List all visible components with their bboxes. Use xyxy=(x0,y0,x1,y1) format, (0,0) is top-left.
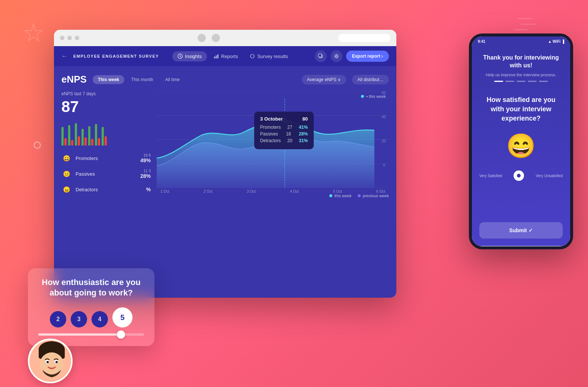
tooltip-detractors-label: Detractors xyxy=(260,138,281,143)
top-nav: ← EMPLOYEE ENGAGEMENT SURVEY Insights xyxy=(54,46,396,66)
refresh-icon xyxy=(250,54,255,59)
browser-circle-1 xyxy=(198,34,206,42)
phone-dot-2 xyxy=(505,81,514,82)
phone-status-bar: 9:41 ▲ WiFi ▐ xyxy=(472,36,570,47)
scale-num-3[interactable]: 3 xyxy=(71,311,87,327)
legend-previous-week: previous week xyxy=(358,194,389,198)
svg-text:40: 40 xyxy=(382,115,386,119)
passives-emoji: 😐 xyxy=(61,169,72,179)
phone-progress-dots xyxy=(479,81,563,82)
tooltip-date: 3 October xyxy=(260,116,283,122)
phone-dot-1 xyxy=(494,81,503,82)
legend-this-week-label: this week xyxy=(335,194,352,198)
tooltip-passives-count: 18 xyxy=(286,131,291,137)
scale-num-2[interactable]: 2 xyxy=(50,311,66,327)
nps-category-promoters: 😄 Promoters 19 8 49% xyxy=(61,153,151,163)
svg-text:0: 0 xyxy=(383,163,385,167)
phone-submit-button[interactable]: Submit ✓ xyxy=(479,222,563,239)
float-slider-thumb xyxy=(117,330,125,339)
settings-icon-button[interactable] xyxy=(330,50,342,62)
enps-title: eNPS xyxy=(61,74,87,85)
passives-count: 11 3 xyxy=(144,169,151,173)
svg-rect-4 xyxy=(214,57,215,58)
phone-dot-4 xyxy=(528,81,537,82)
phone-question-text: How satisfied are you with your intervie… xyxy=(479,95,563,124)
svg-text:60: 60 xyxy=(382,91,386,95)
tooltip-score: 80 xyxy=(303,116,308,122)
tooltip-row-detractors: Detractors 20 31% xyxy=(260,138,308,143)
scale-num-4[interactable]: 4 xyxy=(92,311,108,327)
tab-reports-label: Reports xyxy=(221,54,238,59)
tooltip-promoters-count: 27 xyxy=(287,125,292,130)
enps-score-section: eNPS last 7 days 87 xyxy=(61,91,151,145)
promoters-count: 19 8 xyxy=(144,153,151,157)
float-slider[interactable] xyxy=(38,333,144,336)
phone-status-icons: ▲ WiFi ▐ xyxy=(548,39,564,44)
export-report-button[interactable]: Export report › xyxy=(346,51,389,62)
phone-dot-5 xyxy=(539,81,548,82)
browser-toolbar xyxy=(54,30,396,46)
bg-star-icon xyxy=(22,22,45,45)
scale-radio-button[interactable] xyxy=(514,170,524,181)
phone-title: Thank you for interviewing with us! xyxy=(479,54,563,70)
phone-mockup: 9:41 ▲ WiFi ▐ Thank you for interviewing… xyxy=(469,33,573,249)
enps-last-label: eNPS last 7 days xyxy=(61,91,151,96)
promoters-label: Promoters xyxy=(76,156,137,161)
tooltip-passives-label: Passives xyxy=(260,131,278,137)
bg-circle-decoration xyxy=(33,141,41,149)
time-filter-tabs: This week This month All time xyxy=(93,75,185,84)
chart-legend: this week previous week xyxy=(157,194,389,198)
tab-all-time[interactable]: All time xyxy=(160,75,185,84)
copy-icon-button[interactable] xyxy=(315,50,327,62)
tooltip-detractors-pct: 31% xyxy=(299,138,308,143)
x-axis-labels: 1 Oct 2 Oct 3 Oct 4 Oct 5 Oct 6 Oct xyxy=(157,189,389,194)
browser-dot-green xyxy=(75,36,79,40)
tab-this-week[interactable]: This week xyxy=(93,75,124,84)
app-content: ← EMPLOYEE ENGAGEMENT SURVEY Insights xyxy=(54,46,396,298)
legend-this-week: this week xyxy=(329,194,352,198)
phone-time: 9:41 xyxy=(478,39,485,44)
phone-header-section: Thank you for interviewing with us! Help… xyxy=(472,47,570,88)
average-enps-button[interactable]: Average eNPS ∨ xyxy=(302,75,346,84)
tab-this-month[interactable]: This month xyxy=(126,75,158,84)
browser-circle-2 xyxy=(212,34,220,42)
tooltip-promoters-label: Promoters xyxy=(260,125,281,130)
nps-category-detractors: 😠 Detractors % xyxy=(61,184,151,195)
distribution-button[interactable]: All distribut… xyxy=(352,75,389,84)
svg-text:20: 20 xyxy=(382,139,386,143)
tab-survey-results[interactable]: Survey results xyxy=(245,51,293,61)
svg-point-24 xyxy=(40,352,64,376)
tooltip-header: 3 October 80 xyxy=(260,116,308,122)
browser-dot-red xyxy=(60,36,64,40)
x-label-3-oct: 3 Oct xyxy=(247,189,256,194)
legend-previous-week-dot xyxy=(358,194,361,197)
tab-survey-results-label: Survey results xyxy=(257,54,288,59)
phone-question-section: How satisfied are you with your intervie… xyxy=(472,88,570,222)
tooltip-row-promoters: Promoters 27 41% xyxy=(260,125,308,130)
x-label-5-oct: 5 Oct xyxy=(333,189,342,194)
export-report-label: Export report › xyxy=(352,54,383,59)
tooltip-passives-pct: 28% xyxy=(299,131,308,137)
nav-right-actions: Export report › xyxy=(315,50,389,62)
svg-point-27 xyxy=(47,361,49,363)
tab-reports[interactable]: Reports xyxy=(208,51,243,61)
svg-rect-5 xyxy=(215,55,217,58)
back-button[interactable]: ← xyxy=(61,53,67,60)
tab-insights[interactable]: Insights xyxy=(172,51,207,61)
svg-point-9 xyxy=(335,55,337,57)
browser-window: ← EMPLOYEE ENGAGEMENT SURVEY Insights xyxy=(54,30,396,298)
phone-screen: Thank you for interviewing with us! Help… xyxy=(472,47,570,246)
nps-categories: 😄 Promoters 19 8 49% 😐 Passives 11 3 xyxy=(61,153,151,195)
chart-icon xyxy=(214,54,219,59)
browser-dot-yellow xyxy=(67,36,72,40)
x-label-2-oct: 2 Oct xyxy=(204,189,212,194)
phone-subtitle: Help us improve the interview process. xyxy=(479,73,563,77)
clock-icon xyxy=(178,54,183,59)
scale-num-5[interactable]: 5 xyxy=(112,307,132,327)
copy-icon xyxy=(318,54,323,59)
float-question-text: How enthusiastic are you about going to … xyxy=(38,277,144,298)
floating-survey-card: How enthusiastic are you about going to … xyxy=(28,268,154,346)
passives-pct: 28% xyxy=(140,173,151,179)
x-label-6-oct: 6 Oct xyxy=(376,189,385,194)
chart-tooltip: 3 October 80 Promoters 27 41% Passives 1… xyxy=(254,112,314,149)
